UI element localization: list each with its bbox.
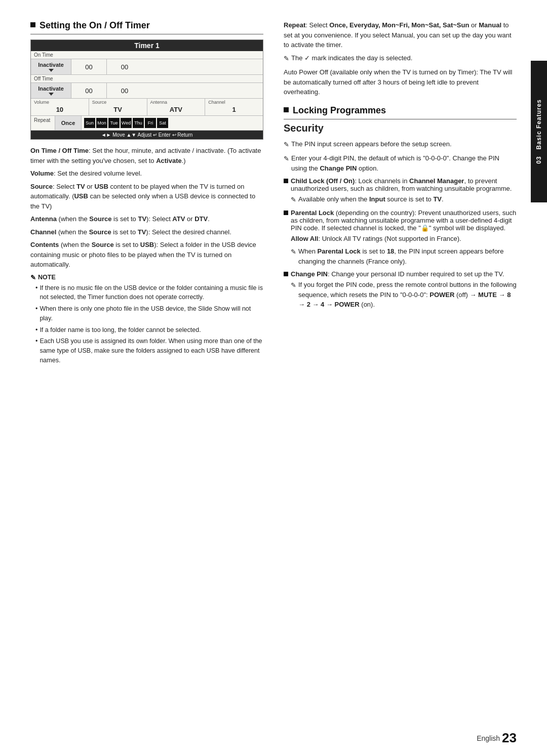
day-sun[interactable]: Sun — [84, 118, 95, 128]
change-pin-item: Change PIN: Change your personal ID numb… — [284, 270, 517, 278]
section-heading-locking: Locking Programmes — [284, 105, 517, 119]
note-checkmark-text: The ✓ mark indicates the day is selected… — [291, 53, 412, 63]
pencil-icon-pin: ✎ — [284, 140, 289, 150]
note-item-1: If there is no music file on the USB dev… — [35, 283, 263, 303]
day-tue[interactable]: Tue — [108, 118, 120, 128]
timer-box: Timer 1 On Time Inactivate 00 00 — [30, 39, 263, 140]
para-on-off-time: On Time / Off Time: Set the hour, minute… — [30, 146, 263, 165]
volume-value[interactable]: 10 — [31, 105, 89, 115]
channel-label: Channel — [205, 99, 263, 105]
on-time-inactivate[interactable]: Inactivate — [31, 59, 71, 74]
nav-hint: ◄► Move ▲▼ Adjust ↵ Enter ↩ Return — [31, 131, 263, 139]
parental-lock-item: Parental Lock (depending on the country)… — [284, 209, 517, 232]
bullet-parental-icon — [284, 211, 288, 215]
para-source: Source: Select TV or USB content to be p… — [30, 182, 263, 212]
side-tab-content: 03 Basic Features — [535, 99, 542, 164]
side-tab-bar: 03 Basic Features — [531, 61, 547, 202]
day-fri[interactable]: Fri — [145, 118, 156, 128]
parental-note-text: When Parental Lock is set to 18, the PIN… — [298, 246, 517, 266]
off-time-hour[interactable]: 00 — [71, 83, 107, 98]
off-time-inactivate[interactable]: Inactivate — [31, 83, 71, 98]
timer-title: Timer 1 — [31, 40, 263, 51]
change-pin-text: Change PIN: Change your personal ID numb… — [291, 270, 504, 278]
side-tab-label-text: Basic Features — [535, 99, 542, 149]
repeat-label: Repeat — [31, 116, 55, 130]
note-change-pin: ✎ If you forget the PIN code, press the … — [291, 280, 517, 310]
nav-hint-text: ◄► Move ▲▼ Adjust ↵ Enter ↩ Return — [101, 132, 193, 138]
note-parental: ✎ When Parental Lock is set to 18, the P… — [291, 246, 517, 266]
section-title-timer: Setting the On / Off Timer — [40, 20, 150, 31]
bullet-change-pin-icon — [284, 272, 288, 276]
pencil-icon-right: ✎ — [284, 54, 289, 64]
note-pin-screen: ✎ The PIN input screen appears before th… — [284, 139, 517, 150]
day-mon[interactable]: Mon — [96, 118, 107, 128]
para-channel: Channel (when the Source is set to TV): … — [30, 227, 263, 237]
day-thu[interactable]: Thu — [133, 118, 144, 128]
para-auto-power: Auto Power Off (available only when the … — [284, 67, 517, 97]
pencil-icon-parental: ✎ — [291, 247, 296, 257]
pencil-icon-child: ✎ — [291, 195, 296, 205]
footer-english-text: English — [477, 734, 500, 742]
vsa-row: Volume 10 Source TV Antenna ATV Channel … — [31, 99, 263, 116]
repeat-row: Repeat Once Sun Mon Tue Wed Thu Fri Sat — [31, 116, 263, 131]
note-pin2: ✎ Enter your 4-digit PIN, the default of… — [284, 153, 517, 173]
heading-square-locking-icon — [284, 107, 289, 112]
repeat-days: Sun Mon Tue Wed Thu Fri Sat — [82, 116, 171, 130]
note-title: ✎ NOTE — [30, 274, 263, 281]
source-value[interactable]: TV — [89, 105, 147, 115]
columns-layout: Setting the On / Off Timer Timer 1 On Ti… — [30, 20, 517, 369]
note-item-3: If a folder name is too long, the folder… — [35, 325, 263, 335]
on-time-label: On Time — [31, 51, 263, 59]
pencil-icon-change-pin: ✎ — [291, 280, 296, 290]
page-footer: English 23 — [30, 730, 517, 746]
section-heading-timer: Setting the On / Off Timer — [30, 20, 263, 34]
on-time-minute[interactable]: 00 — [107, 59, 142, 74]
off-time-row: Inactivate 00 00 — [31, 82, 263, 98]
pencil-icon: ✎ — [30, 274, 36, 281]
child-lock-note-text: Available only when the Input source is … — [298, 194, 444, 204]
side-tab-number: 03 — [535, 156, 542, 164]
pencil-icon-pin2: ✎ — [284, 154, 289, 164]
day-sat[interactable]: Sat — [157, 118, 168, 128]
source-label: Source — [89, 99, 147, 105]
para-antenna: Antenna (when the Source is set to TV): … — [30, 214, 263, 224]
antenna-value[interactable]: ATV — [147, 105, 205, 115]
left-column: Setting the On / Off Timer Timer 1 On Ti… — [30, 20, 263, 369]
bullet-child-lock-icon — [284, 179, 288, 183]
right-column: Repeat: Select Once, Everyday, Mon~Fri, … — [284, 20, 517, 369]
off-time-label: Off Time — [31, 75, 263, 82]
once-button[interactable]: Once — [55, 116, 82, 130]
parental-lock-text: Parental Lock (depending on the country)… — [291, 209, 517, 232]
channel-value[interactable]: 1 — [205, 105, 263, 115]
heading-square-icon — [30, 22, 35, 27]
day-wed[interactable]: Wed — [121, 118, 132, 128]
change-pin-note-text: If you forget the PIN code, press the re… — [298, 280, 517, 310]
source-cell: Source TV — [89, 99, 147, 115]
note-checkmark: ✎ The ✓ mark indicates the day is select… — [284, 53, 517, 64]
on-time-hour[interactable]: 00 — [71, 59, 107, 74]
section-title-locking: Locking Programmes — [293, 105, 386, 116]
volume-label: Volume — [31, 99, 89, 105]
note-items: If there is no music file on the USB dev… — [30, 283, 263, 365]
antenna-cell: Antenna ATV — [147, 99, 206, 115]
child-lock-item: Child Lock (Off / On): Lock channels in … — [284, 177, 517, 192]
note-pin2-text: Enter your 4-digit PIN, the default of w… — [291, 153, 517, 173]
footer-page-number: 23 — [502, 730, 517, 746]
on-time-row: Inactivate 00 00 — [31, 59, 263, 74]
note-section: ✎ NOTE If there is no music file on the … — [30, 274, 263, 365]
volume-cell: Volume 10 — [31, 99, 89, 115]
off-time-minute[interactable]: 00 — [107, 83, 142, 98]
repeat-intro: Repeat: Select Once, Everyday, Mon~Fri, … — [284, 20, 517, 50]
allow-all-text: Allow All: Unlock All TV ratings (Not su… — [291, 234, 517, 244]
channel-cell: Channel 1 — [205, 99, 263, 115]
para-contents: Contents (when the Source is set to USB)… — [30, 240, 263, 270]
note-pin-text: The PIN input screen appears before the … — [291, 139, 452, 149]
note-item-2: When there is only one photo file in the… — [35, 304, 263, 323]
security-heading: Security — [284, 122, 517, 134]
para-volume: Volume: Set the desired volume level. — [30, 169, 263, 179]
note-child-lock: ✎ Available only when the Input source i… — [291, 194, 517, 205]
antenna-label: Antenna — [147, 99, 205, 105]
note-item-4: Each USB you use is assigned its own fol… — [35, 337, 263, 365]
page-main: Setting the On / Off Timer Timer 1 On Ti… — [30, 20, 517, 726]
child-lock-text: Child Lock (Off / On): Lock channels in … — [291, 177, 517, 192]
